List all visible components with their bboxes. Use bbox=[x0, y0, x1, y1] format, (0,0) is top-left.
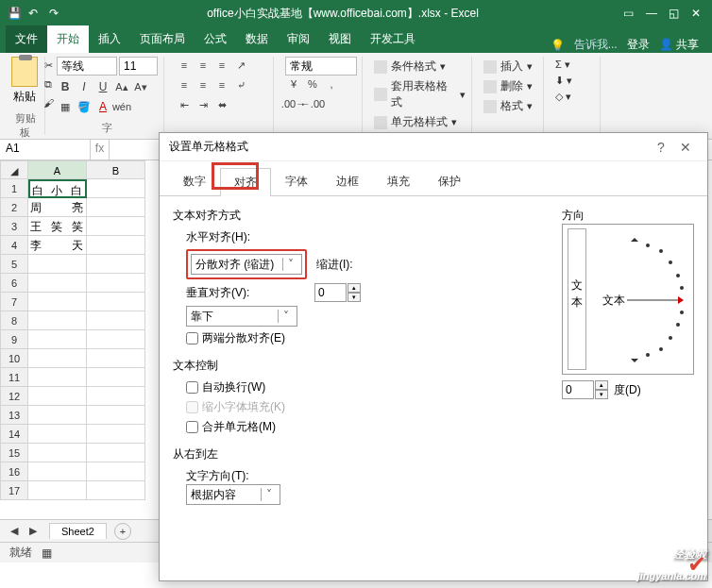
justify-dist-check[interactable]: 两端分散对齐(E) bbox=[186, 330, 543, 346]
decrease-font-icon[interactable]: A▾ bbox=[132, 78, 149, 95]
font-color-icon[interactable]: A bbox=[94, 98, 111, 115]
phonetic-icon[interactable]: wén bbox=[113, 98, 130, 115]
ribbon-opts-icon[interactable]: ▭ bbox=[623, 7, 636, 20]
cell-style-button[interactable]: 单元格样式 ▾ bbox=[374, 114, 466, 130]
dialog-close-icon[interactable]: ✕ bbox=[673, 140, 698, 155]
select-all-corner[interactable]: ◢ bbox=[0, 160, 28, 179]
col-header[interactable]: B bbox=[87, 160, 145, 179]
cell[interactable] bbox=[28, 349, 87, 368]
row-header[interactable]: 15 bbox=[0, 444, 28, 462]
table-format-button[interactable]: 套用表格格式 ▾ bbox=[374, 78, 466, 110]
cell[interactable] bbox=[87, 255, 145, 274]
tab-formulas[interactable]: 公式 bbox=[195, 25, 236, 53]
align-left-icon[interactable]: ≡ bbox=[176, 76, 193, 93]
cell[interactable] bbox=[87, 217, 145, 236]
tell-me-icon[interactable]: 💡 bbox=[551, 39, 565, 52]
cell[interactable] bbox=[87, 293, 145, 311]
col-header[interactable]: A bbox=[28, 160, 87, 179]
save-icon[interactable]: 💾 bbox=[8, 7, 21, 20]
cell[interactable] bbox=[87, 444, 145, 462]
fill-color-icon[interactable]: 🪣 bbox=[76, 98, 93, 115]
tab-home[interactable]: 开始 bbox=[47, 25, 89, 53]
orientation-dial[interactable]: 文本 bbox=[599, 228, 686, 370]
cell[interactable] bbox=[28, 330, 87, 349]
italic-button[interactable]: I bbox=[76, 78, 93, 95]
close-icon[interactable]: ✕ bbox=[691, 7, 704, 20]
dec-decimal-icon[interactable]: ←.00 bbox=[304, 95, 321, 112]
underline-button[interactable]: U bbox=[94, 78, 111, 95]
number-format-combo[interactable]: 常规 bbox=[285, 57, 357, 76]
row-header[interactable]: 3 bbox=[0, 217, 28, 236]
cell[interactable] bbox=[28, 387, 87, 406]
comma-icon[interactable]: , bbox=[323, 76, 340, 92]
cell[interactable] bbox=[28, 444, 87, 462]
degree-spinner[interactable]: ▴▾ bbox=[562, 380, 608, 399]
cond-format-button[interactable]: 条件格式 ▾ bbox=[374, 59, 466, 75]
row-header[interactable]: 9 bbox=[0, 330, 28, 349]
row-header[interactable]: 17 bbox=[0, 481, 28, 500]
dlg-tab-border[interactable]: 边框 bbox=[322, 167, 373, 195]
tab-view[interactable]: 视图 bbox=[319, 25, 361, 53]
align-bot-icon[interactable]: ≡ bbox=[213, 57, 230, 74]
cell[interactable] bbox=[87, 274, 145, 293]
sheet-tab[interactable]: Sheet2 bbox=[49, 523, 107, 539]
orientation-icon[interactable]: ↗ bbox=[232, 57, 249, 74]
cell[interactable] bbox=[87, 179, 145, 198]
share-button[interactable]: 👤 共享 bbox=[659, 37, 699, 53]
align-mid-icon[interactable]: ≡ bbox=[195, 57, 212, 74]
cell[interactable] bbox=[28, 255, 87, 274]
paste-label[interactable]: 粘贴 bbox=[11, 89, 38, 105]
merge-icon[interactable]: ⬌ bbox=[213, 96, 230, 113]
wrap-check[interactable]: 自动换行(W) bbox=[186, 379, 543, 395]
cell[interactable] bbox=[87, 462, 145, 481]
degree-input[interactable] bbox=[562, 380, 594, 399]
horizontal-align-select[interactable]: 分散对齐 (缩进)˅ bbox=[191, 254, 302, 275]
font-size-combo[interactable]: 11 bbox=[119, 57, 158, 76]
spin-down-icon[interactable]: ▾ bbox=[348, 293, 361, 302]
restore-icon[interactable]: ◱ bbox=[669, 7, 682, 20]
cell[interactable] bbox=[28, 425, 87, 444]
tab-layout[interactable]: 页面布局 bbox=[130, 25, 195, 53]
vertical-align-select[interactable]: 靠下˅ bbox=[186, 306, 297, 327]
align-right-icon[interactable]: ≡ bbox=[213, 76, 230, 93]
cell[interactable] bbox=[28, 311, 87, 330]
row-header[interactable]: 8 bbox=[0, 311, 28, 330]
currency-icon[interactable]: ¥ bbox=[285, 76, 302, 92]
tab-file[interactable]: 文件 bbox=[6, 25, 47, 53]
border-icon[interactable]: ▦ bbox=[57, 98, 74, 115]
merge-check[interactable]: 合并单元格(M) bbox=[186, 419, 543, 435]
row-header[interactable]: 13 bbox=[0, 406, 28, 425]
format-cells-button[interactable]: 格式 ▾ bbox=[483, 98, 537, 114]
vertical-text-button[interactable]: 文本 bbox=[568, 228, 586, 370]
cell[interactable]: 李 天 bbox=[28, 236, 87, 255]
login-link[interactable]: 登录 bbox=[627, 37, 650, 53]
dialog-help-icon[interactable]: ? bbox=[649, 140, 673, 155]
insert-cells-button[interactable]: 插入 ▾ bbox=[483, 59, 537, 75]
cell[interactable] bbox=[87, 406, 145, 425]
cell[interactable] bbox=[28, 481, 87, 500]
row-header[interactable]: 16 bbox=[0, 462, 28, 481]
fx-icon[interactable]: fx bbox=[91, 140, 110, 160]
cell[interactable] bbox=[87, 349, 145, 368]
cell[interactable] bbox=[87, 481, 145, 500]
row-header[interactable]: 14 bbox=[0, 425, 28, 444]
row-header[interactable]: 1 bbox=[0, 179, 28, 198]
cell[interactable] bbox=[28, 406, 87, 425]
cell[interactable] bbox=[87, 425, 145, 444]
spin-up-icon[interactable]: ▴ bbox=[595, 380, 608, 390]
row-header[interactable]: 5 bbox=[0, 255, 28, 274]
row-header[interactable]: 2 bbox=[0, 198, 28, 217]
text-direction-select[interactable]: 根据内容˅ bbox=[186, 484, 280, 505]
bold-button[interactable]: B bbox=[57, 78, 74, 95]
tab-review[interactable]: 审阅 bbox=[278, 25, 319, 53]
orientation-control[interactable]: 文本 文本 bbox=[562, 224, 694, 375]
cell[interactable]: 周 亮 bbox=[28, 198, 87, 217]
increase-font-icon[interactable]: A▴ bbox=[113, 78, 130, 95]
tab-insert[interactable]: 插入 bbox=[89, 25, 130, 53]
dlg-tab-font[interactable]: 字体 bbox=[271, 167, 322, 195]
indent-spinner[interactable]: ▴▾ bbox=[314, 283, 361, 302]
delete-cells-button[interactable]: 删除 ▾ bbox=[483, 78, 537, 94]
tell-me[interactable]: 告诉我... bbox=[574, 37, 618, 53]
cell[interactable] bbox=[28, 293, 87, 311]
undo-icon[interactable]: ↶ bbox=[28, 7, 42, 20]
